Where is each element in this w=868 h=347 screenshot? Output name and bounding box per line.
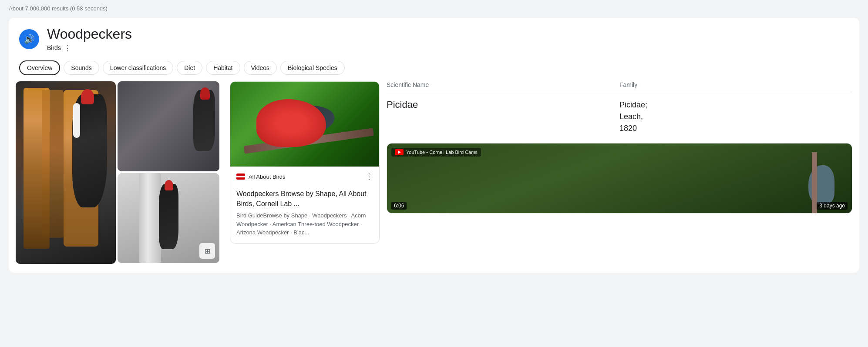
youtube-play-icon <box>398 150 401 154</box>
info-table: Scientific Name Family Picidae Picidae;L… <box>387 81 852 138</box>
tab-habitat[interactable]: Habitat <box>206 61 240 75</box>
article-bird-image <box>230 82 379 167</box>
bird3-crest <box>165 180 173 190</box>
scientific-name-value: Picidae <box>387 99 619 110</box>
entity-subtitle: Birds <box>47 44 61 51</box>
bird-red-crest <box>81 89 94 104</box>
knowledge-panel: 🔊 Woodpeckers Birds ⋮ Overview Sounds Lo… <box>9 18 859 273</box>
video-source-text: YouTube • Cornell Lab Bird Cams <box>406 150 478 155</box>
scientific-name-header: Scientific Name <box>387 81 619 88</box>
stone-bg <box>118 81 219 171</box>
birch-trunk <box>139 173 161 263</box>
kp-header: 🔊 Woodpeckers Birds ⋮ <box>9 18 859 57</box>
gallery-icon: ⊞ <box>205 247 210 255</box>
feeder-post <box>812 152 817 213</box>
article-title[interactable]: Woodpeckers Browse by Shape, All About B… <box>236 189 373 209</box>
card-more-icon[interactable]: ⋮ <box>365 172 373 181</box>
tab-biological-species[interactable]: Biological Species <box>280 61 345 75</box>
title-area: Woodpeckers Birds ⋮ <box>47 26 132 53</box>
info-table-header: Scientific Name Family <box>387 81 852 92</box>
speaker-button[interactable]: 🔊 <box>19 29 39 49</box>
main-image-placeholder <box>16 81 116 264</box>
info-table-row: Picidae Picidae;Leach,1820 <box>387 96 852 138</box>
video-thumbnail: YouTube • Cornell Lab Bird Cams 6:06 3 d… <box>387 143 852 213</box>
youtube-icon <box>395 149 404 155</box>
bird3-body <box>159 184 178 249</box>
image-bottom[interactable]: ⊞ <box>118 173 219 263</box>
tab-diet[interactable]: Diet <box>177 61 202 75</box>
tab-videos[interactable]: Videos <box>244 61 277 75</box>
entity-more-icon[interactable]: ⋮ <box>64 43 71 53</box>
tab-overview[interactable]: Overview <box>19 60 60 75</box>
info-panel: Scientific Name Family Picidae Picidae;L… <box>383 81 859 264</box>
tab-sounds[interactable]: Sounds <box>64 61 99 75</box>
image-top-placeholder <box>118 81 219 171</box>
video-overlay: YouTube • Cornell Lab Bird Cams <box>391 148 481 157</box>
images-section: ⊞ <box>9 81 226 264</box>
video-card[interactable]: YouTube • Cornell Lab Bird Cams 6:06 3 d… <box>387 143 852 214</box>
speaker-icon: 🔊 <box>24 34 35 44</box>
article-description: Bird GuideBrowse by Shape · Woodpeckers … <box>236 211 373 237</box>
article-card-header: All About Birds ⋮ <box>230 167 379 185</box>
source-name: All About Birds <box>249 174 362 180</box>
image-top[interactable] <box>118 81 219 171</box>
video-duration: 6:06 <box>391 202 407 210</box>
article-card-body: Woodpeckers Browse by Shape, All About B… <box>230 185 379 243</box>
kp-body: ⊞ All About Birds ⋮ <box>9 81 859 273</box>
main-image[interactable] <box>16 81 116 264</box>
image-stack: ⊞ <box>118 81 219 264</box>
entity-title: Woodpeckers <box>47 26 132 42</box>
bird2-crest <box>200 87 210 100</box>
subtitle-row: Birds ⋮ <box>47 43 132 53</box>
tabs-row: Overview Sounds Lower classifications Di… <box>9 57 859 81</box>
tab-lower-classifications[interactable]: Lower classifications <box>103 61 173 75</box>
article-card[interactable]: All About Birds ⋮ Woodpeckers Browse by … <box>230 81 380 243</box>
gallery-button[interactable]: ⊞ <box>199 243 215 259</box>
video-age: 3 days ago <box>817 202 848 210</box>
source-flag <box>236 174 245 180</box>
tree-trunk-right <box>42 90 64 238</box>
family-value: Picidae;Leach,1820 <box>619 99 852 134</box>
family-header: Family <box>619 81 852 88</box>
article-card-section: All About Birds ⋮ Woodpeckers Browse by … <box>226 81 383 264</box>
page-wrapper: About 7,000,000 results (0.58 seconds) 🔊… <box>0 0 868 347</box>
bird-white-stripe <box>73 103 80 138</box>
results-count: About 7,000,000 results (0.58 seconds) <box>9 5 859 12</box>
